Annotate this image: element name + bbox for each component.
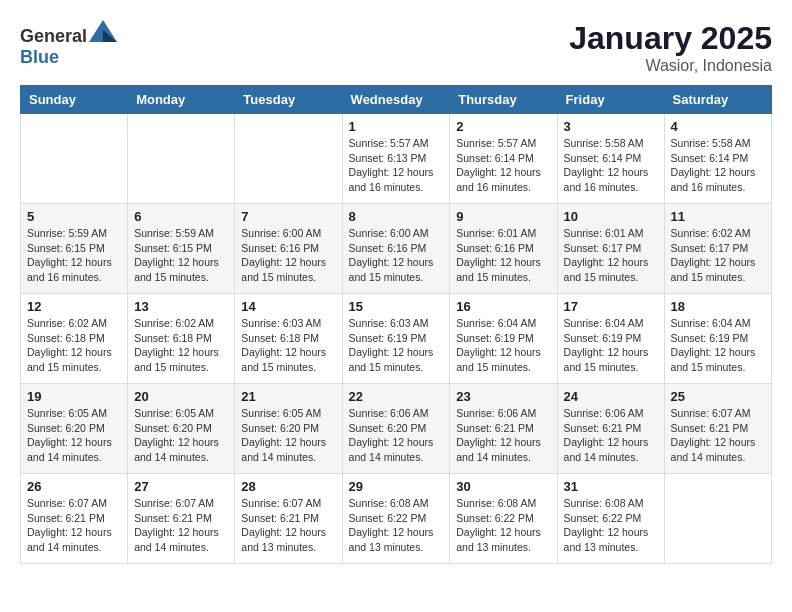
- day-info: Sunrise: 6:05 AM Sunset: 6:20 PM Dayligh…: [241, 406, 335, 465]
- calendar-cell: 12Sunrise: 6:02 AM Sunset: 6:18 PM Dayli…: [21, 294, 128, 384]
- day-info: Sunrise: 6:04 AM Sunset: 6:19 PM Dayligh…: [456, 316, 550, 375]
- day-number: 28: [241, 479, 335, 494]
- day-number: 15: [349, 299, 444, 314]
- day-number: 10: [564, 209, 658, 224]
- day-number: 19: [27, 389, 121, 404]
- day-info: Sunrise: 5:59 AM Sunset: 6:15 PM Dayligh…: [27, 226, 121, 285]
- day-number: 26: [27, 479, 121, 494]
- calendar-cell: 22Sunrise: 6:06 AM Sunset: 6:20 PM Dayli…: [342, 384, 450, 474]
- day-info: Sunrise: 5:58 AM Sunset: 6:14 PM Dayligh…: [564, 136, 658, 195]
- logo: General Blue: [20, 20, 117, 68]
- calendar-cell: 23Sunrise: 6:06 AM Sunset: 6:21 PM Dayli…: [450, 384, 557, 474]
- calendar-cell: 3Sunrise: 5:58 AM Sunset: 6:14 PM Daylig…: [557, 114, 664, 204]
- day-number: 9: [456, 209, 550, 224]
- day-number: 16: [456, 299, 550, 314]
- calendar-cell: 29Sunrise: 6:08 AM Sunset: 6:22 PM Dayli…: [342, 474, 450, 564]
- day-number: 22: [349, 389, 444, 404]
- day-info: Sunrise: 5:57 AM Sunset: 6:14 PM Dayligh…: [456, 136, 550, 195]
- day-info: Sunrise: 6:07 AM Sunset: 6:21 PM Dayligh…: [671, 406, 765, 465]
- calendar-cell: 15Sunrise: 6:03 AM Sunset: 6:19 PM Dayli…: [342, 294, 450, 384]
- weekday-header-tuesday: Tuesday: [235, 86, 342, 114]
- day-number: 29: [349, 479, 444, 494]
- calendar-cell: 24Sunrise: 6:06 AM Sunset: 6:21 PM Dayli…: [557, 384, 664, 474]
- day-info: Sunrise: 6:07 AM Sunset: 6:21 PM Dayligh…: [241, 496, 335, 555]
- day-number: 20: [134, 389, 228, 404]
- day-info: Sunrise: 6:05 AM Sunset: 6:20 PM Dayligh…: [27, 406, 121, 465]
- calendar-cell: [664, 474, 771, 564]
- calendar-cell: 17Sunrise: 6:04 AM Sunset: 6:19 PM Dayli…: [557, 294, 664, 384]
- weekday-header-row: SundayMondayTuesdayWednesdayThursdayFrid…: [21, 86, 772, 114]
- week-row-3: 12Sunrise: 6:02 AM Sunset: 6:18 PM Dayli…: [21, 294, 772, 384]
- day-number: 7: [241, 209, 335, 224]
- weekday-header-thursday: Thursday: [450, 86, 557, 114]
- calendar-cell: 19Sunrise: 6:05 AM Sunset: 6:20 PM Dayli…: [21, 384, 128, 474]
- day-info: Sunrise: 6:07 AM Sunset: 6:21 PM Dayligh…: [134, 496, 228, 555]
- logo-icon: [89, 20, 117, 42]
- week-row-5: 26Sunrise: 6:07 AM Sunset: 6:21 PM Dayli…: [21, 474, 772, 564]
- weekday-header-saturday: Saturday: [664, 86, 771, 114]
- weekday-header-sunday: Sunday: [21, 86, 128, 114]
- day-info: Sunrise: 6:05 AM Sunset: 6:20 PM Dayligh…: [134, 406, 228, 465]
- day-number: 27: [134, 479, 228, 494]
- page-header: General Blue January 2025 Wasior, Indone…: [20, 20, 772, 75]
- day-info: Sunrise: 6:00 AM Sunset: 6:16 PM Dayligh…: [349, 226, 444, 285]
- calendar-cell: [235, 114, 342, 204]
- day-info: Sunrise: 6:08 AM Sunset: 6:22 PM Dayligh…: [349, 496, 444, 555]
- calendar-cell: 8Sunrise: 6:00 AM Sunset: 6:16 PM Daylig…: [342, 204, 450, 294]
- calendar-cell: 20Sunrise: 6:05 AM Sunset: 6:20 PM Dayli…: [128, 384, 235, 474]
- week-row-4: 19Sunrise: 6:05 AM Sunset: 6:20 PM Dayli…: [21, 384, 772, 474]
- calendar-cell: 10Sunrise: 6:01 AM Sunset: 6:17 PM Dayli…: [557, 204, 664, 294]
- day-info: Sunrise: 6:08 AM Sunset: 6:22 PM Dayligh…: [564, 496, 658, 555]
- calendar-cell: 5Sunrise: 5:59 AM Sunset: 6:15 PM Daylig…: [21, 204, 128, 294]
- logo-text: General Blue: [20, 20, 117, 68]
- day-info: Sunrise: 6:02 AM Sunset: 6:18 PM Dayligh…: [134, 316, 228, 375]
- day-number: 31: [564, 479, 658, 494]
- logo-general: General: [20, 26, 87, 46]
- day-number: 6: [134, 209, 228, 224]
- calendar-table: SundayMondayTuesdayWednesdayThursdayFrid…: [20, 85, 772, 564]
- week-row-2: 5Sunrise: 5:59 AM Sunset: 6:15 PM Daylig…: [21, 204, 772, 294]
- calendar-cell: 28Sunrise: 6:07 AM Sunset: 6:21 PM Dayli…: [235, 474, 342, 564]
- day-info: Sunrise: 6:01 AM Sunset: 6:16 PM Dayligh…: [456, 226, 550, 285]
- day-number: 24: [564, 389, 658, 404]
- week-row-1: 1Sunrise: 5:57 AM Sunset: 6:13 PM Daylig…: [21, 114, 772, 204]
- day-number: 5: [27, 209, 121, 224]
- calendar-cell: 16Sunrise: 6:04 AM Sunset: 6:19 PM Dayli…: [450, 294, 557, 384]
- day-number: 30: [456, 479, 550, 494]
- day-info: Sunrise: 6:08 AM Sunset: 6:22 PM Dayligh…: [456, 496, 550, 555]
- day-number: 13: [134, 299, 228, 314]
- weekday-header-monday: Monday: [128, 86, 235, 114]
- calendar-cell: 30Sunrise: 6:08 AM Sunset: 6:22 PM Dayli…: [450, 474, 557, 564]
- day-info: Sunrise: 6:06 AM Sunset: 6:20 PM Dayligh…: [349, 406, 444, 465]
- calendar-cell: 14Sunrise: 6:03 AM Sunset: 6:18 PM Dayli…: [235, 294, 342, 384]
- calendar-cell: 11Sunrise: 6:02 AM Sunset: 6:17 PM Dayli…: [664, 204, 771, 294]
- day-number: 18: [671, 299, 765, 314]
- calendar-cell: 26Sunrise: 6:07 AM Sunset: 6:21 PM Dayli…: [21, 474, 128, 564]
- calendar-cell: 13Sunrise: 6:02 AM Sunset: 6:18 PM Dayli…: [128, 294, 235, 384]
- day-number: 8: [349, 209, 444, 224]
- calendar-cell: [21, 114, 128, 204]
- calendar-subtitle: Wasior, Indonesia: [569, 57, 772, 75]
- calendar-cell: 6Sunrise: 5:59 AM Sunset: 6:15 PM Daylig…: [128, 204, 235, 294]
- day-info: Sunrise: 5:59 AM Sunset: 6:15 PM Dayligh…: [134, 226, 228, 285]
- day-number: 4: [671, 119, 765, 134]
- day-info: Sunrise: 6:02 AM Sunset: 6:17 PM Dayligh…: [671, 226, 765, 285]
- day-info: Sunrise: 6:04 AM Sunset: 6:19 PM Dayligh…: [564, 316, 658, 375]
- calendar-cell: 18Sunrise: 6:04 AM Sunset: 6:19 PM Dayli…: [664, 294, 771, 384]
- day-number: 12: [27, 299, 121, 314]
- calendar-cell: [128, 114, 235, 204]
- calendar-title: January 2025: [569, 20, 772, 57]
- weekday-header-friday: Friday: [557, 86, 664, 114]
- calendar-cell: 9Sunrise: 6:01 AM Sunset: 6:16 PM Daylig…: [450, 204, 557, 294]
- day-number: 23: [456, 389, 550, 404]
- title-section: January 2025 Wasior, Indonesia: [569, 20, 772, 75]
- calendar-cell: 2Sunrise: 5:57 AM Sunset: 6:14 PM Daylig…: [450, 114, 557, 204]
- calendar-cell: 21Sunrise: 6:05 AM Sunset: 6:20 PM Dayli…: [235, 384, 342, 474]
- calendar-cell: 7Sunrise: 6:00 AM Sunset: 6:16 PM Daylig…: [235, 204, 342, 294]
- day-info: Sunrise: 6:00 AM Sunset: 6:16 PM Dayligh…: [241, 226, 335, 285]
- calendar-cell: 27Sunrise: 6:07 AM Sunset: 6:21 PM Dayli…: [128, 474, 235, 564]
- calendar-cell: 4Sunrise: 5:58 AM Sunset: 6:14 PM Daylig…: [664, 114, 771, 204]
- day-info: Sunrise: 6:04 AM Sunset: 6:19 PM Dayligh…: [671, 316, 765, 375]
- day-number: 25: [671, 389, 765, 404]
- day-info: Sunrise: 6:06 AM Sunset: 6:21 PM Dayligh…: [564, 406, 658, 465]
